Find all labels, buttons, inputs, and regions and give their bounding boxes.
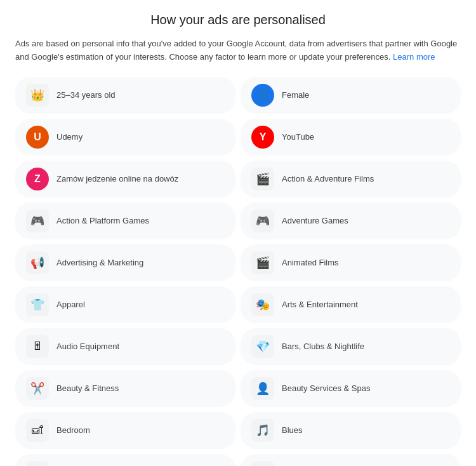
card-label: Zamów jedzenie online na dowóz [56,174,178,183]
card-label: Bars, Clubs & Nightlife [282,342,364,351]
interest-card-youtube[interactable]: YYouTube [241,119,461,156]
card-label: Adventure Games [282,216,348,225]
card-label: Animated Films [282,258,339,267]
interest-card-advertising[interactable]: 📢Advertising & Marketing [15,244,235,281]
interest-card-apparel[interactable]: 👕Apparel [15,286,235,323]
emoji-icon: 💻 [251,461,274,466]
card-label: 25–34 years old [56,90,116,100]
emoji-icon: 💎 [251,335,274,358]
card-label: Blues [282,425,303,435]
interest-card-bars[interactable]: 💎Bars, Clubs & Nightlife [241,328,461,365]
card-label: Female [282,90,309,100]
interest-card-animated-films[interactable]: 🎬Animated Films [241,244,461,281]
interest-card-arts[interactable]: 🎭Arts & Entertainment [241,286,461,323]
interest-card-books[interactable]: 📕Books & Literature [15,454,235,466]
interest-card-udemy[interactable]: UUdemy [15,119,235,156]
emoji-icon: 📢 [26,251,49,274]
interest-card-business-software[interactable]: 💻Business & Productivity Software [241,454,461,466]
emoji-icon: 🎭 [251,293,274,316]
card-label: Udemy [56,132,83,142]
card-label: Action & Platform Games [56,216,149,225]
emoji-icon: 🎬 [251,168,274,190]
letter-icon: Y [251,126,274,149]
emoji-icon: 🛋 [26,419,49,442]
emoji-icon: 🎵 [251,419,274,442]
interest-card-action-adventure[interactable]: 🎬Action & Adventure Films [241,161,461,197]
page-title: How your ads are personalised [15,13,461,27]
page-description: Ads are based on personal info that you'… [15,37,461,64]
interest-card-beauty-spas[interactable]: 👤Beauty Services & Spas [241,370,461,407]
interest-card-zamow[interactable]: ZZamów jedzenie online na dowóz [15,161,235,197]
emoji-icon: 👕 [26,293,49,316]
card-label: Apparel [56,300,85,309]
emoji-icon: 👑 [26,84,49,107]
card-label: Action & Adventure Films [282,174,374,183]
letter-icon: Z [26,168,49,190]
card-label: Beauty & Fitness [56,383,119,393]
card-label: Advertising & Marketing [56,258,143,267]
card-label: Bedroom [56,425,90,435]
card-label: YouTube [282,132,314,142]
emoji-icon: 👤 [251,377,274,400]
interest-card-bedroom[interactable]: 🛋Bedroom [15,412,235,449]
interest-card-beauty-fitness[interactable]: ✂️Beauty & Fitness [15,370,235,407]
emoji-icon: ✂️ [26,377,49,400]
person-icon: 👤 [251,84,274,107]
card-label: Audio Equipment [56,342,119,351]
card-label: Beauty Services & Spas [282,383,370,393]
emoji-icon: 📕 [26,461,49,466]
letter-icon: U [26,126,49,149]
emoji-icon: 🎮 [26,210,49,232]
emoji-icon: 🎮 [251,210,274,232]
learn-more-link[interactable]: Learn more [393,52,435,62]
interest-card-adventure-games[interactable]: 🎮Adventure Games [241,203,461,239]
emoji-icon: 🎬 [251,251,274,274]
emoji-icon: 🎚 [26,335,49,358]
interest-card-blues[interactable]: 🎵Blues [241,412,461,449]
interest-card-female[interactable]: 👤Female [241,77,461,114]
interest-card-age[interactable]: 👑25–34 years old [15,77,235,114]
interest-card-action-platform[interactable]: 🎮Action & Platform Games [15,203,235,239]
interests-grid: 👑25–34 years old👤FemaleUUdemyYYouTubeZZa… [15,77,461,466]
interest-card-audio[interactable]: 🎚Audio Equipment [15,328,235,365]
card-label: Arts & Entertainment [282,300,358,309]
